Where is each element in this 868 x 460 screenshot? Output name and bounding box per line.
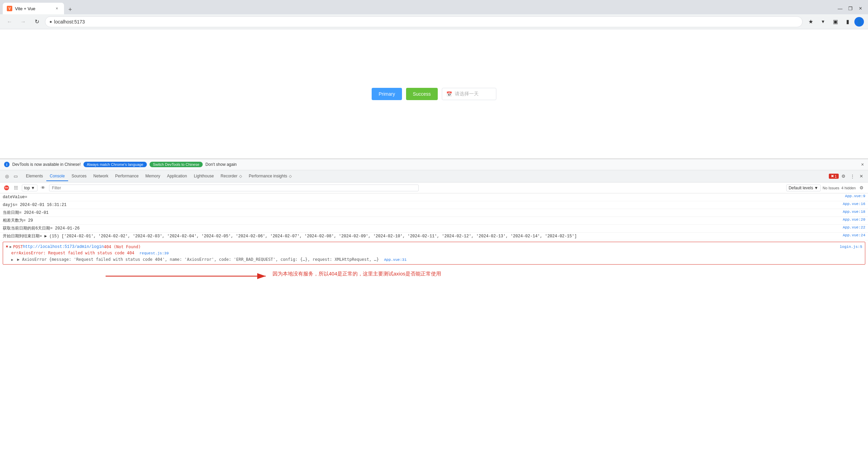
tab-performance[interactable]: Performance: [112, 172, 142, 181]
error-line1-pre: POST: [13, 244, 23, 249]
success-button[interactable]: Success: [406, 88, 438, 100]
console-line: 当前日期= 2024-02-01 App.vue:18: [0, 209, 868, 217]
error-count-text: 1: [835, 174, 837, 178]
url-text: localhost:5173: [54, 19, 85, 25]
console-text: 获取当前日期的前6天日期= 2024-01-26: [3, 225, 840, 232]
error-status-text: 404 (Not Found): [104, 244, 141, 249]
forward-button[interactable]: →: [18, 16, 29, 27]
show-hidden-button[interactable]: 👁: [40, 184, 47, 192]
dont-show-button[interactable]: Don't show again: [205, 162, 237, 167]
tab-network[interactable]: Network: [90, 172, 112, 181]
annotation-arrow: [102, 266, 273, 286]
bookmark-button[interactable]: ★: [805, 16, 816, 27]
console-source-link[interactable]: App.vue:18: [840, 210, 865, 214]
tab-lighthouse[interactable]: Lighthouse: [190, 172, 217, 181]
expand-icon[interactable]: ▶: [10, 245, 12, 249]
chrome-labs-button[interactable]: ▼: [818, 16, 828, 27]
error-icon-badge: ✖: [831, 174, 834, 178]
console-text: 相差天数为= 29: [3, 218, 840, 224]
error-line3-text: ▶ AxiosError {message: 'Request failed w…: [17, 257, 379, 262]
console-source-link[interactable]: App.vue:9: [842, 194, 865, 198]
demo-button-group: Primary Success 📅 请选择一天: [372, 88, 496, 100]
tab-favicon: V: [7, 6, 12, 11]
hidden-count-text[interactable]: 4 hidden: [841, 186, 856, 190]
tab-console[interactable]: Console: [46, 172, 68, 181]
console-text: 当前日期= 2024-02-01: [3, 210, 840, 216]
console-line: dateValue= App.vue:9: [0, 193, 868, 201]
error-body-line: errAxiosError: Request failed with statu…: [4, 250, 864, 256]
levels-text: Default levels: [789, 186, 813, 190]
error-source-link-3[interactable]: App.vue:31: [381, 258, 406, 262]
console-text: dayjs= 2024-02-01 16:31:21: [3, 202, 840, 208]
devtools-tabs-bar: ◎ ▭ Elements Console Sources Network Per…: [0, 170, 868, 183]
device-toolbar-button[interactable]: ▭: [12, 172, 20, 180]
sidebar-button[interactable]: ▮: [842, 16, 853, 27]
tab-performance-insights[interactable]: Performance insights ◇: [245, 172, 295, 181]
annotation-area: 因为本地没有服务，所以404是正常的，这里主要测试axios是否能正常使用: [0, 266, 868, 286]
console-text: dateValue=: [3, 194, 842, 200]
calendar-icon: 📅: [446, 91, 452, 97]
error-detail-line: ▶ ▶ AxiosError {message: 'Request failed…: [4, 256, 864, 263]
console-toolbar: ⛔ ☷ top ▼ 👁 Default levels ▼ No Issues 4…: [0, 183, 868, 193]
console-line: 相差天数为= 29 App.vue:20: [0, 217, 868, 225]
extensions-button[interactable]: ▣: [830, 16, 841, 27]
security-icon: ●: [49, 19, 52, 24]
primary-button[interactable]: Primary: [372, 88, 402, 100]
error-source-link-2[interactable]: request.js:39: [137, 251, 169, 255]
error-header-line: ✖ ▶ POST http://localhost:5173/admin/log…: [4, 243, 864, 250]
expand-axios-icon[interactable]: ▶: [11, 258, 13, 262]
console-settings-button[interactable]: ⚙: [858, 184, 865, 192]
tab-memory[interactable]: Memory: [142, 172, 164, 181]
close-window-button[interactable]: ×: [856, 4, 865, 13]
date-placeholder: 请选择一天: [455, 91, 479, 97]
new-tab-button[interactable]: +: [65, 5, 75, 14]
context-value: top: [24, 186, 30, 190]
error-count-badge[interactable]: ✖ 1: [829, 174, 839, 179]
banner-close-button[interactable]: ×: [861, 162, 864, 167]
profile-button[interactable]: 👤: [854, 17, 864, 27]
reload-button[interactable]: ↻: [31, 16, 42, 27]
switch-language-button[interactable]: Switch DevTools to Chinese: [150, 162, 203, 167]
info-icon: i: [4, 162, 10, 167]
devtools-panel: i DevTools is now available in Chinese! …: [0, 159, 868, 289]
error-block: ✖ ▶ POST http://localhost:5173/admin/log…: [3, 242, 865, 265]
error-icon: ✖: [6, 244, 8, 249]
console-line: dayjs= 2024-02-01 16:31:21 App.vue:16: [0, 201, 868, 209]
devtools-settings-button[interactable]: ⚙: [839, 172, 848, 180]
date-picker[interactable]: 📅 请选择一天: [442, 88, 496, 100]
console-source-link[interactable]: App.vue:20: [840, 218, 865, 222]
address-bar[interactable]: ● localhost:5173: [45, 16, 803, 27]
page-content: Primary Success 📅 请选择一天: [0, 29, 868, 159]
tab-elements[interactable]: Elements: [22, 172, 46, 181]
back-button[interactable]: ←: [4, 16, 15, 27]
browser-tab[interactable]: V Vite + Vue ×: [3, 3, 64, 14]
context-selector[interactable]: top ▼: [22, 185, 37, 191]
context-dropdown-icon: ▼: [31, 186, 35, 190]
log-levels-selector[interactable]: Default levels ▼: [786, 185, 821, 191]
console-source-link[interactable]: App.vue:16: [840, 202, 865, 206]
restore-button[interactable]: ❐: [846, 4, 855, 13]
console-output: dateValue= App.vue:9 dayjs= 2024-02-01 1…: [0, 193, 868, 289]
devtools-more-button[interactable]: ⋮: [848, 172, 856, 180]
clear-console-button[interactable]: ⛔: [3, 184, 10, 192]
tab-recorder[interactable]: Recorder ◇: [217, 172, 246, 181]
tab-sources[interactable]: Sources: [68, 172, 90, 181]
console-line: 获取当前日期的前6天日期= 2024-01-26 App.vue:22: [0, 225, 868, 233]
error-url-link[interactable]: http://localhost:5173/admin/login: [23, 244, 104, 249]
language-badge-button[interactable]: Always match Chrome's language: [83, 162, 147, 167]
minimize-button[interactable]: —: [835, 4, 845, 13]
console-filter-toggle[interactable]: ☷: [12, 184, 20, 192]
banner-text: DevTools is now available in Chinese!: [12, 162, 81, 167]
recorder-icon: ◇: [239, 174, 242, 178]
console-line: 开始日期到结束日期= ▶ (15) ['2024-02-01', '2024-0…: [0, 233, 868, 240]
error-source-link-1[interactable]: login.js:5: [837, 245, 862, 249]
tab-close-button[interactable]: ×: [54, 5, 60, 12]
no-issues-text: No Issues: [823, 186, 839, 190]
console-source-link[interactable]: App.vue:22: [840, 225, 865, 229]
devtools-close-button[interactable]: ✕: [857, 172, 865, 180]
console-filter-input[interactable]: [49, 185, 419, 191]
console-source-link[interactable]: App.vue:24: [840, 233, 865, 237]
levels-dropdown-icon: ▼: [814, 186, 818, 190]
tab-application[interactable]: Application: [164, 172, 190, 181]
inspect-element-button[interactable]: ◎: [3, 172, 11, 180]
